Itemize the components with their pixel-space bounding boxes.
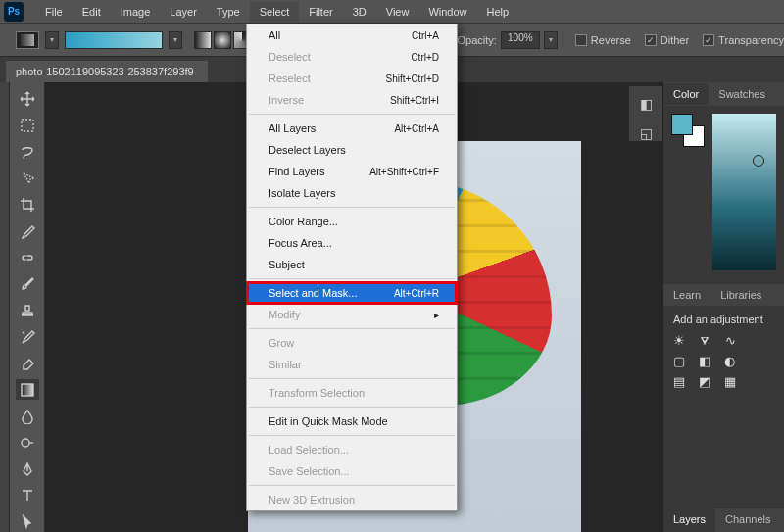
bw-adjust-icon[interactable]: ◐ <box>724 354 735 368</box>
gradient-linear-icon[interactable] <box>194 31 212 49</box>
menu-item-modify: Modify▸ <box>247 304 457 325</box>
opacity-input[interactable]: 100% <box>501 31 540 49</box>
eraser-tool-icon[interactable] <box>16 353 39 373</box>
menu-item-all[interactable]: AllCtrl+A <box>247 24 457 46</box>
blur-tool-icon[interactable] <box>16 406 39 426</box>
menu-separator <box>249 407 455 408</box>
move-tool-icon[interactable] <box>16 88 39 109</box>
menu-filter[interactable]: Filter <box>299 2 342 22</box>
menu-item-label: Subject <box>269 259 305 270</box>
adjustments-title: Add an adjustment <box>673 314 774 325</box>
menu-item-select-and-mask[interactable]: Select and Mask...Alt+Ctrl+R <box>247 282 457 304</box>
foreground-color-swatch[interactable] <box>671 114 693 135</box>
menu-separator <box>249 114 455 115</box>
svg-point-3 <box>22 439 29 447</box>
menu-item-label: Deselect <box>269 51 311 63</box>
photo-filter-adjust-icon[interactable]: ▤ <box>673 374 685 389</box>
menu-edit[interactable]: Edit <box>73 2 111 22</box>
lookup-adjust-icon[interactable]: ▦ <box>724 374 736 389</box>
menu-view[interactable]: View <box>376 2 419 22</box>
gradient-preview[interactable] <box>65 31 163 49</box>
tab-layers[interactable]: Layers <box>663 508 715 532</box>
menu-window[interactable]: Window <box>418 2 476 22</box>
tool-preset-dropdown-icon[interactable]: ▾ <box>45 31 59 49</box>
color-panel <box>663 106 784 278</box>
layers-panel-tabs: Layers Channels <box>663 508 784 532</box>
menu-item-all-layers[interactable]: All LayersAlt+Ctrl+A <box>247 118 457 139</box>
menu-item-subject[interactable]: Subject <box>247 254 457 275</box>
gradient-tool-icon[interactable] <box>16 379 39 400</box>
tool-preset-picker[interactable] <box>16 31 39 49</box>
healing-tool-icon[interactable] <box>16 247 39 267</box>
menu-item-label: Select and Mask... <box>269 287 358 299</box>
brush-tool-icon[interactable] <box>16 273 39 294</box>
gradient-radial-icon[interactable] <box>214 31 231 49</box>
menu-item-focus-area[interactable]: Focus Area... <box>247 232 457 254</box>
lasso-tool-icon[interactable] <box>16 141 39 162</box>
menu-item-load-selection: Load Selection... <box>247 439 457 460</box>
properties-icon[interactable]: ◱ <box>640 125 653 141</box>
quick-select-tool-icon[interactable] <box>16 168 39 188</box>
vibrance-adjust-icon[interactable]: ▢ <box>673 354 685 368</box>
channel-mixer-adjust-icon[interactable]: ◩ <box>699 374 710 389</box>
dodge-tool-icon[interactable] <box>16 432 39 453</box>
transparency-checkbox[interactable]: ✓Transparency <box>703 34 784 46</box>
menu-image[interactable]: Image <box>111 2 161 22</box>
menu-item-save-selection: Save Selection... <box>247 460 457 482</box>
tab-learn[interactable]: Learn <box>663 284 710 306</box>
menu-item-color-range[interactable]: Color Range... <box>247 211 457 232</box>
menu-item-label: Isolate Layers <box>269 187 335 199</box>
menu-item-find-layers[interactable]: Find LayersAlt+Shift+Ctrl+F <box>247 161 457 182</box>
menu-separator <box>249 485 455 486</box>
history-icon[interactable]: ◧ <box>640 96 653 112</box>
reverse-label: Reverse <box>591 34 631 46</box>
menu-type[interactable]: Type <box>207 2 250 22</box>
menu-file[interactable]: File <box>35 2 73 22</box>
menu-shortcut: Ctrl+A <box>412 30 439 41</box>
history-brush-tool-icon[interactable] <box>16 326 39 347</box>
curves-adjust-icon[interactable]: ∿ <box>725 333 736 348</box>
menu-item-grow: Grow <box>247 332 457 354</box>
color-picker-field[interactable] <box>712 114 776 270</box>
tab-libraries[interactable]: Libraries <box>710 284 771 306</box>
opacity-dropdown-icon[interactable]: ▾ <box>544 31 558 49</box>
foreground-background-swatch[interactable] <box>671 114 705 147</box>
menu-help[interactable]: Help <box>477 2 519 22</box>
select-menu-dropdown: AllCtrl+ADeselectCtrl+DReselectShift+Ctr… <box>246 24 458 511</box>
menu-separator <box>249 328 455 329</box>
tab-color[interactable]: Color <box>663 83 709 105</box>
menu-3d[interactable]: 3D <box>343 2 376 22</box>
reverse-checkbox[interactable]: Reverse <box>575 34 631 46</box>
stamp-tool-icon[interactable] <box>16 300 39 320</box>
dither-checkbox[interactable]: ✓Dither <box>645 34 689 46</box>
crop-tool-icon[interactable] <box>16 194 39 215</box>
menu-item-edit-in-quick-mask-mode[interactable]: Edit in Quick Mask Mode <box>247 411 457 432</box>
gradient-picker-dropdown-icon[interactable]: ▾ <box>169 31 182 49</box>
menu-item-new-3d-extrusion: New 3D Extrusion <box>247 489 457 510</box>
submenu-arrow-icon: ▸ <box>434 310 439 320</box>
tab-swatches[interactable]: Swatches <box>709 83 775 105</box>
marquee-tool-icon[interactable] <box>16 115 39 135</box>
tab-channels[interactable]: Channels <box>715 508 780 532</box>
type-tool-icon[interactable] <box>16 485 39 506</box>
menu-item-label: Edit in Quick Mask Mode <box>269 415 388 427</box>
menu-layer[interactable]: Layer <box>160 2 207 22</box>
checkbox-checked-icon: ✓ <box>703 34 714 46</box>
eyedropper-tool-icon[interactable] <box>16 220 39 241</box>
menu-separator <box>249 207 455 208</box>
path-select-tool-icon[interactable] <box>16 511 39 532</box>
menu-item-deselect-layers[interactable]: Deselect Layers <box>247 139 457 161</box>
menu-item-label: Modify <box>269 309 300 320</box>
menu-select[interactable]: Select <box>250 2 300 22</box>
transparency-label: Transparency <box>718 34 784 46</box>
menu-item-isolate-layers[interactable]: Isolate Layers <box>247 182 457 204</box>
dock-icon-strip: ◧ ◱ <box>629 86 662 141</box>
menu-shortcut: Ctrl+D <box>411 52 439 63</box>
menu-item-label: New 3D Extrusion <box>269 494 355 506</box>
hue-adjust-icon[interactable]: ◧ <box>699 354 710 368</box>
pen-tool-icon[interactable] <box>16 459 39 479</box>
document-tab[interactable]: photo-1502119095323-253837f293f9 <box>6 61 208 82</box>
levels-adjust-icon[interactable]: ⛛ <box>699 333 711 348</box>
menu-item-label: Color Range... <box>269 216 338 227</box>
brightness-adjust-icon[interactable]: ☀ <box>673 333 685 348</box>
